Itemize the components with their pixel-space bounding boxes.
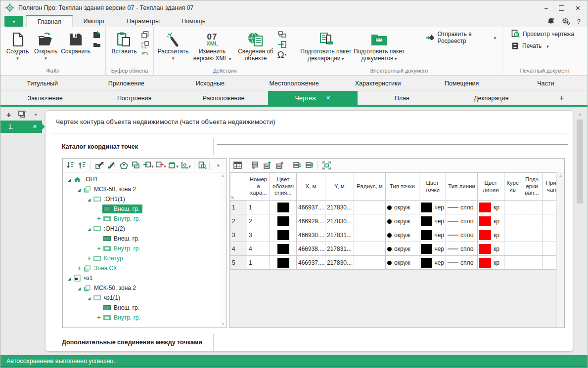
undo-icon[interactable] <box>140 50 149 58</box>
page-tab-1[interactable]: 1. <box>0 121 42 133</box>
cell-underline[interactable] <box>521 214 543 228</box>
tree-item-on1-2[interactable]: :ОН1(2) <box>63 224 220 234</box>
create-button[interactable]: Создать <box>3 29 32 67</box>
cell-point-type[interactable]: окруж <box>386 214 419 228</box>
cell-number[interactable]: 1 <box>247 256 270 270</box>
add-plus-icon[interactable] <box>95 314 102 321</box>
cell-designation-color[interactable] <box>270 242 297 256</box>
tab-iskhodnye[interactable]: Исходные <box>168 76 252 90</box>
header-designation-color[interactable]: Цвет обознач ения... <box>270 173 297 201</box>
header-note[interactable]: Приме чание <box>543 173 557 201</box>
cell-line-type[interactable]: спло <box>446 228 478 242</box>
tab-pomeshcheniya[interactable]: Помещения <box>420 76 504 90</box>
add-plus-icon[interactable] <box>95 245 102 252</box>
scroll-up-icon[interactable] <box>220 173 226 178</box>
header-number[interactable]: Номер а хара... <box>247 173 270 201</box>
cell-point-color[interactable]: чер <box>419 201 446 214</box>
table-row[interactable]: 2 2 466929.... 217830... окруж чер спло … <box>230 214 557 228</box>
cell-y[interactable]: 217831... <box>325 228 354 242</box>
linked-windows-icon[interactable] <box>277 31 286 39</box>
cell-x[interactable]: 466937.... <box>297 201 325 214</box>
cell-designation-color[interactable] <box>270 228 297 242</box>
cell-point-color[interactable]: чер <box>419 242 446 256</box>
wand-designation-icon[interactable] <box>94 160 105 171</box>
cell-note[interactable] <box>543 214 557 228</box>
header-line-color[interactable]: Цвет линии <box>478 173 504 201</box>
change-xml-version-button[interactable]: 07 XML Изменить версию XML <box>189 29 235 67</box>
wand-numbering-icon[interactable] <box>106 160 117 171</box>
save-button[interactable]: Сохранить <box>60 29 91 67</box>
app-menu-button[interactable] <box>4 16 23 27</box>
table-row[interactable]: 5 1 466937.... 217830... окруж чер спло … <box>230 256 557 270</box>
table-grid-icon[interactable] <box>232 160 243 171</box>
tree-toolbar-overflow[interactable] <box>213 160 224 171</box>
open-recent-icon[interactable] <box>92 41 101 48</box>
save-as-icon[interactable] <box>92 31 101 39</box>
column-splitter[interactable] <box>213 334 214 351</box>
cell-point-type[interactable]: окруж <box>386 242 419 256</box>
cell-note[interactable] <box>543 228 557 242</box>
sidebar-overflow-button[interactable] <box>32 110 40 119</box>
cell-y[interactable]: 217830... <box>325 256 354 270</box>
header-radius[interactable]: Радиус, м <box>354 173 386 201</box>
header-point-color[interactable]: Цвет точки <box>419 173 446 201</box>
page-tab-close-icon[interactable] <box>33 123 37 130</box>
cell-point-type[interactable]: окруж <box>386 201 419 214</box>
tree-item-msk-zone[interactable]: МСК-50, зона 2 <box>63 184 220 194</box>
table-row[interactable]: 1 1 466937.... 217830... окруж чер спло … <box>230 201 557 214</box>
cell-line-type[interactable]: спло <box>446 214 478 228</box>
tab-zaklyuchenie[interactable]: Заключение <box>0 91 90 105</box>
cell-italic[interactable] <box>504 214 521 228</box>
copy-icon[interactable] <box>140 31 149 39</box>
prepare-declaration-package-button[interactable]: Подготовить пакет декларации <box>299 29 353 67</box>
cell-number[interactable]: 3 <box>247 228 270 242</box>
cell-x[interactable]: 466930.... <box>297 228 325 242</box>
table-scrollbar[interactable] <box>556 172 564 327</box>
cell-note[interactable] <box>543 256 557 270</box>
table-row[interactable]: 4 4 466938.... 217831... окруж чер спло … <box>230 242 557 256</box>
add-page-button[interactable] <box>4 110 13 119</box>
tab-close-icon[interactable] <box>326 95 330 101</box>
calculate-button[interactable]: Рассчитать <box>157 29 189 67</box>
cell-radius[interactable] <box>354 214 386 228</box>
cell-note[interactable] <box>543 242 557 256</box>
menu-tab-home[interactable]: Главная <box>26 15 73 27</box>
axes-icon[interactable] <box>180 160 191 171</box>
cell-y[interactable]: 217830... <box>325 201 354 214</box>
cell-italic[interactable] <box>504 242 521 256</box>
cell-underline[interactable] <box>521 201 543 214</box>
cell-radius[interactable] <box>354 228 386 242</box>
tree-item-outer-boundary[interactable]: Внеш. гр. <box>63 303 220 313</box>
cell-designation-color[interactable] <box>270 214 297 228</box>
cell-number[interactable]: 2 <box>247 214 270 228</box>
tree-item-inner-boundary[interactable]: Внутр. гр. <box>63 214 220 224</box>
window-scrollbar[interactable] <box>576 111 584 352</box>
cell-line-color[interactable]: кр <box>478 201 504 214</box>
tree-item-inner-boundary[interactable]: Внутр. гр. <box>63 244 220 253</box>
paste-special-icon[interactable] <box>140 41 149 48</box>
tab-kharakteristiki[interactable]: Характеристики <box>336 76 420 90</box>
cell-y[interactable]: 217831... <box>325 242 354 256</box>
paste-button[interactable]: Вставить <box>109 29 139 67</box>
close-button[interactable] <box>575 5 581 11</box>
duplicate-page-button[interactable] <box>18 110 26 119</box>
tree-item-chz1-1[interactable]: чз1(1) <box>63 293 220 303</box>
open-button[interactable]: Открыть <box>32 29 60 67</box>
cell-line-type[interactable]: спло <box>446 242 478 256</box>
expand-arrow-icon[interactable] <box>66 176 73 183</box>
cell-line-color[interactable]: кр <box>478 256 504 270</box>
tab-chasti[interactable]: Части <box>503 76 588 90</box>
tree-item-chz1[interactable]: чз1 <box>63 273 220 283</box>
cell-number[interactable]: 1 <box>247 201 270 214</box>
add-row-below-icon[interactable] <box>249 160 260 171</box>
header-italic[interactable]: Курс ив <box>504 173 521 201</box>
cell-point-color[interactable]: чер <box>419 214 446 228</box>
cell-x[interactable]: 466929.... <box>297 214 325 228</box>
cell-underline[interactable] <box>521 242 543 256</box>
cell-underline[interactable] <box>521 256 543 270</box>
tree-item-kontur[interactable]: Контур <box>63 253 220 263</box>
scrollbar-thumb[interactable] <box>577 120 583 204</box>
prepare-documents-package-button[interactable]: Подготовить пакет документов <box>353 29 406 67</box>
move-row-down-icon[interactable] <box>291 160 302 171</box>
export-arrow-icon[interactable] <box>277 41 286 48</box>
